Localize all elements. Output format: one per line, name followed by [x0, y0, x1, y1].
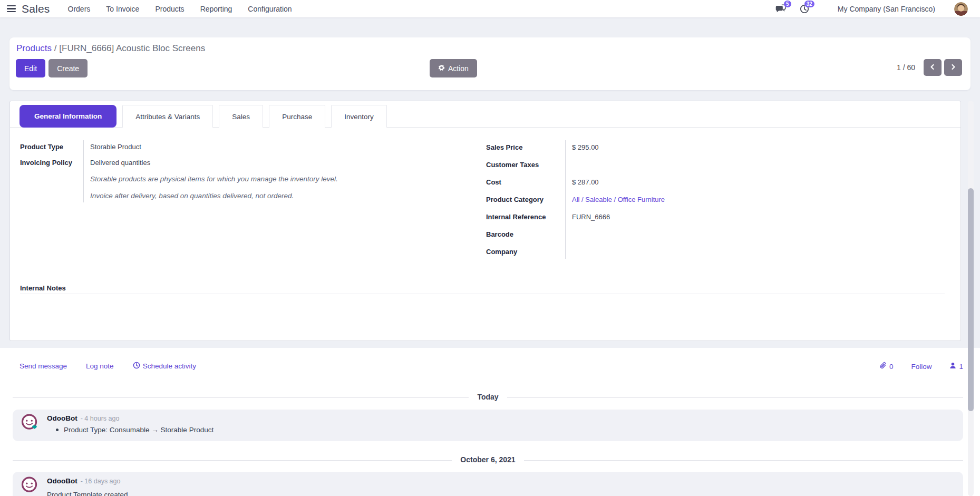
- field-internal-reference: Internal Reference FURN_6666: [486, 208, 950, 226]
- tab-general-information[interactable]: General Information: [20, 105, 117, 128]
- follow-button[interactable]: Follow: [911, 363, 932, 371]
- message-author: OdooBot: [47, 477, 77, 485]
- field-value: [565, 243, 950, 260]
- field-product-category: Product Category All / Saleable / Office…: [486, 191, 950, 208]
- message-timestamp: - 16 days ago: [81, 478, 121, 485]
- field-label: Invoicing Policy: [20, 154, 83, 170]
- form-buttons: Edit Create: [16, 59, 88, 77]
- field-product-type: Product Type Storable Product: [20, 139, 468, 154]
- paperclip-icon: [879, 362, 887, 371]
- field-label: Company: [486, 243, 565, 260]
- field-barcode: Barcode: [486, 226, 950, 243]
- chatter-actions: Send message Log note Schedule activity: [20, 362, 196, 371]
- chatter-message: OdooBot - 4 hours ago Product Type: Cons…: [13, 410, 963, 441]
- user-avatar[interactable]: [954, 2, 968, 16]
- field-value: $ 287.00: [565, 173, 950, 191]
- navbar-right: 5 32 My Company (San Francisco): [775, 2, 980, 16]
- attachments-button[interactable]: 0: [879, 362, 894, 371]
- bullet-icon: [56, 429, 59, 431]
- breadcrumb: Products / [FURN_6666] Acoustic Bloc Scr…: [16, 43, 205, 54]
- menu-products[interactable]: Products: [155, 5, 184, 13]
- pager-previous-button[interactable]: [924, 59, 942, 76]
- messages-button[interactable]: 5: [775, 4, 786, 13]
- field-label: Product Category: [486, 191, 565, 208]
- menu-orders[interactable]: Orders: [68, 5, 91, 13]
- activities-count-badge: 32: [804, 1, 814, 7]
- field-value: Delivered quantities: [83, 154, 468, 170]
- date-divider-today: Today: [13, 392, 963, 403]
- schedule-activity-button[interactable]: Schedule activity: [133, 362, 196, 371]
- control-panel: Products / [FURN_6666] Acoustic Bloc Scr…: [9, 37, 971, 90]
- date-divider-october: October 6, 2021: [13, 455, 963, 465]
- vertical-scrollbar-thumb[interactable]: [968, 188, 974, 411]
- create-button[interactable]: Create: [48, 59, 88, 77]
- message-body: Product Type: Consumable → Storable Prod…: [56, 426, 214, 434]
- tab-sales[interactable]: Sales: [219, 105, 263, 128]
- company-switcher[interactable]: My Company (San Francisco): [838, 5, 935, 13]
- menu-to-invoice[interactable]: To Invoice: [106, 5, 139, 13]
- message-header: OdooBot - 16 days ago: [47, 477, 120, 485]
- breadcrumb-separator: /: [54, 43, 57, 53]
- followers-button[interactable]: 1: [949, 362, 963, 371]
- group-separator-line: [83, 140, 84, 202]
- chevron-left-icon: [929, 64, 936, 72]
- product-category-link[interactable]: All / Saleable / Office Furniture: [572, 196, 665, 203]
- app-title: Sales: [22, 3, 50, 15]
- chatter-tools: 0 Follow 1: [879, 362, 963, 371]
- field-value: $ 295.00: [565, 139, 950, 156]
- send-message-button[interactable]: Send message: [20, 362, 67, 370]
- field-invoicing-policy: Invoicing Policy Delivered quantities: [20, 154, 468, 170]
- log-note-button[interactable]: Log note: [86, 362, 114, 370]
- field-label: Cost: [486, 173, 565, 191]
- tab-inventory[interactable]: Inventory: [331, 105, 387, 128]
- invoicing-policy-helper-text: Invoice after delivery, based on quantit…: [83, 187, 468, 204]
- field-value: [565, 226, 950, 243]
- field-customer-taxes: Customer Taxes: [486, 156, 950, 173]
- form-group-right: Sales Price $ 295.00 Customer Taxes Cost…: [486, 139, 950, 260]
- tab-purchase[interactable]: Purchase: [269, 105, 325, 128]
- field-company: Company: [486, 243, 950, 260]
- field-label: Internal Reference: [486, 208, 565, 226]
- edit-button[interactable]: Edit: [16, 59, 45, 77]
- clock-icon: [133, 362, 140, 371]
- field-sales-price: Sales Price $ 295.00: [486, 139, 950, 156]
- field-label: Sales Price: [486, 139, 565, 156]
- top-navbar: Sales Orders To Invoice Products Reporti…: [0, 0, 980, 17]
- pager-counter: 1 / 60: [897, 63, 915, 72]
- pager-next-button[interactable]: [944, 59, 962, 76]
- field-label: Barcode: [486, 226, 565, 243]
- chevron-right-icon: [950, 64, 956, 72]
- message-author: OdooBot: [47, 414, 77, 422]
- breadcrumb-current: [FURN_6666] Acoustic Bloc Screens: [59, 43, 205, 53]
- internal-notes-section: Internal Notes: [20, 283, 945, 294]
- form-sheet: General Information Attributes & Variant…: [9, 101, 961, 341]
- field-value: FURN_6666: [565, 208, 950, 226]
- pager: 1 / 60: [897, 59, 962, 76]
- odoobot-avatar: [21, 476, 38, 494]
- internal-notes-label: Internal Notes: [20, 284, 66, 292]
- message-header: OdooBot - 4 hours ago: [47, 414, 119, 422]
- helper-text-row: Storable products are physical items for…: [20, 170, 468, 187]
- chatter: Send message Log note Schedule activity …: [0, 348, 980, 496]
- vertical-scrollbar-track: [968, 101, 974, 496]
- menu-configuration[interactable]: Configuration: [248, 5, 292, 13]
- apps-menu-icon[interactable]: [7, 5, 16, 12]
- group-separator-line: [565, 140, 566, 259]
- messages-count-badge: 5: [784, 1, 791, 7]
- helper-text-row: Invoice after delivery, based on quantit…: [20, 187, 468, 204]
- action-button[interactable]: Action: [430, 59, 477, 77]
- activities-button[interactable]: 32: [800, 4, 809, 14]
- menu-reporting[interactable]: Reporting: [200, 5, 232, 13]
- product-type-helper-text: Storable products are physical items for…: [83, 170, 468, 187]
- gear-icon: [438, 64, 445, 73]
- field-label: Customer Taxes: [486, 156, 565, 173]
- form-group-left: Product Type Storable Product Invoicing …: [20, 139, 468, 204]
- message-body: Product Template created: [47, 491, 128, 496]
- odoobot-avatar: [21, 413, 38, 431]
- field-cost: Cost $ 287.00: [486, 173, 950, 191]
- field-value: Storable Product: [83, 139, 468, 154]
- tab-attributes-variants[interactable]: Attributes & Variants: [122, 105, 213, 128]
- person-icon: [949, 362, 956, 371]
- chatter-message: OdooBot - 16 days ago Product Template c…: [13, 472, 963, 496]
- breadcrumb-products-link[interactable]: Products: [16, 43, 52, 53]
